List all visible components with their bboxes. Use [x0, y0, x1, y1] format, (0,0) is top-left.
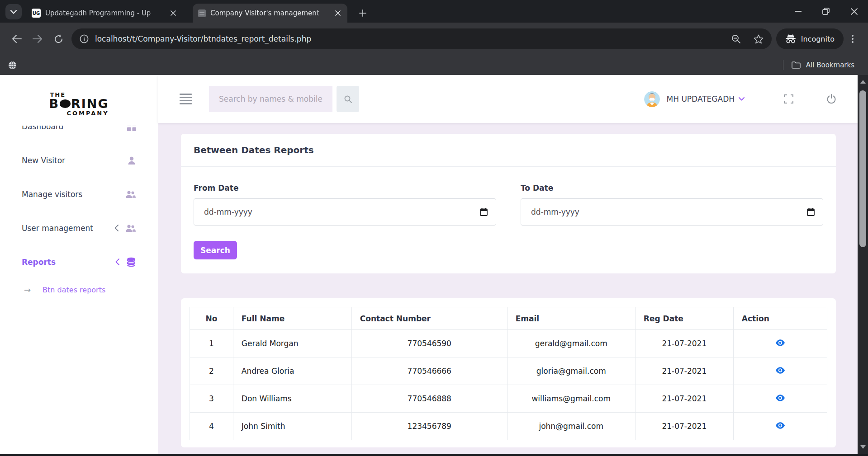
window-bottom-edge	[0, 454, 868, 456]
all-bookmarks-label: All Bookmarks	[806, 61, 854, 69]
sidebar-item-label: User management	[22, 224, 93, 233]
sidebar-header: THE BRING COMPANY	[0, 75, 158, 126]
view-button[interactable]	[775, 339, 785, 346]
user-name[interactable]: MH UPDATEGADH	[667, 94, 735, 103]
close-button[interactable]	[840, 0, 868, 23]
incognito-label: Incognito	[801, 35, 835, 43]
minimize-button[interactable]	[784, 0, 812, 23]
sidebar-item-new-visitor[interactable]: New Visitor	[0, 143, 158, 177]
view-button[interactable]	[775, 422, 785, 429]
cell-full-name: John Simith	[233, 413, 351, 440]
cell-full-name: Gerald Morgan	[233, 330, 351, 357]
titlebar: UG Updategadh Programming - Up Company V…	[0, 0, 868, 23]
view-button[interactable]	[775, 367, 785, 374]
site-info-icon[interactable]	[80, 34, 89, 43]
cell-full-name: Don Williams	[233, 385, 351, 413]
sidebar-item-btn-dates-reports[interactable]: → Btn dates reports	[0, 279, 158, 301]
table-row: 2 Andrea Gloria 770546666 gloria@gmail.c…	[190, 357, 827, 385]
chevron-down-icon	[10, 10, 17, 14]
sidebar-item-user-management[interactable]: User management	[0, 211, 158, 245]
chevron-left-icon	[114, 225, 119, 231]
zoom-icon[interactable]	[731, 34, 741, 44]
col-header-contact: Contact Number	[351, 307, 507, 330]
tab-company-visitor[interactable]: Company Visitor's management	[193, 4, 347, 23]
sidebar-subitem-label: Btn dates reports	[43, 286, 105, 294]
col-header-reg-date: Reg Date	[635, 307, 733, 330]
from-date-label: From Date	[194, 183, 496, 193]
calendar-icon[interactable]	[807, 208, 815, 216]
chevron-left-icon	[115, 259, 119, 265]
address-bar[interactable]: localhost/t/Company-Visitor/btndates_rep…	[71, 28, 772, 49]
url-text: localhost/t/Company-Visitor/btndates_rep…	[95, 34, 311, 43]
people-icon	[125, 224, 136, 232]
window-controls	[784, 0, 868, 23]
from-date-input[interactable]: dd-mm-yyyy	[194, 198, 496, 226]
cell-email: gerald@gmail.com	[507, 330, 635, 357]
eye-icon	[775, 367, 785, 374]
cell-no: 1	[190, 330, 233, 357]
power-button[interactable]	[827, 94, 836, 104]
new-tab-button[interactable]	[356, 7, 369, 19]
table-header-row: No Full Name Contact Number Email Reg Da…	[190, 307, 827, 330]
chevron-down-icon[interactable]	[739, 97, 745, 101]
browser-toolbar: localhost/t/Company-Visitor/btndates_rep…	[0, 23, 868, 55]
tab-updategadh[interactable]: UG Updategadh Programming - Up	[26, 4, 183, 23]
scrollbar-thumb[interactable]	[859, 90, 866, 247]
cell-action	[733, 357, 827, 385]
back-button[interactable]	[6, 28, 27, 49]
all-bookmarks[interactable]: All Bookmarks	[783, 60, 860, 70]
eye-icon	[775, 422, 785, 429]
sidebar-item-label: Reports	[22, 258, 56, 267]
logo-text: B	[49, 98, 59, 110]
cell-reg-date: 21-07-2021	[635, 357, 733, 385]
bookmark-star-icon[interactable]	[754, 34, 764, 44]
search-input[interactable]	[209, 86, 332, 112]
main-content: Between Dates Reports From Date dd-mm-yy…	[158, 123, 858, 454]
between-dates-card: Between Dates Reports From Date dd-mm-yy…	[181, 134, 836, 273]
col-header-email: Email	[507, 307, 635, 330]
view-button[interactable]	[775, 395, 785, 401]
logo-o-dot	[60, 99, 71, 108]
reload-button[interactable]	[48, 28, 69, 49]
cell-reg-date: 21-07-2021	[635, 330, 733, 357]
bookmark-globe-icon[interactable]	[8, 61, 17, 70]
scroll-up-arrow[interactable]	[858, 76, 868, 88]
hamburger-menu-icon[interactable]	[180, 94, 192, 104]
page-scrollbar	[858, 75, 868, 454]
cell-contact: 770546666	[351, 357, 507, 385]
user-avatar[interactable]	[644, 91, 660, 107]
topbar-search-button[interactable]	[337, 86, 359, 112]
sidebar-item-manage-visitors[interactable]: Manage visitors	[0, 177, 158, 211]
cell-action	[733, 385, 827, 413]
restore-button[interactable]	[812, 0, 840, 23]
forward-button[interactable]	[27, 28, 48, 49]
tab-title: Updategadh Programming - Up	[45, 9, 165, 17]
active-tab-favicon	[198, 9, 206, 17]
cell-email: williams@gmail.com	[507, 385, 635, 413]
search-submit-button[interactable]: Search	[194, 241, 237, 259]
sidebar-item-label: Manage visitors	[22, 190, 82, 199]
app-topbar: MH UPDATEGADH	[158, 75, 858, 123]
sidebar-menu: Dashboard New Visitor Manage visitors Us…	[0, 109, 158, 301]
tab-search-button[interactable]	[5, 4, 22, 19]
fullscreen-button[interactable]	[784, 94, 793, 103]
calendar-icon[interactable]	[480, 208, 488, 216]
to-date-input[interactable]: dd-mm-yyyy	[521, 198, 823, 226]
browser-window: UG Updategadh Programming - Up Company V…	[0, 0, 868, 456]
divider	[783, 60, 783, 70]
sidebar: Dashboard New Visitor Manage visitors Us…	[0, 75, 158, 454]
cell-no: 2	[190, 357, 233, 385]
cell-action	[733, 330, 827, 357]
tab-close-icon[interactable]	[334, 9, 342, 17]
folder-icon	[792, 61, 801, 69]
tab-close-icon[interactable]	[169, 9, 177, 17]
scroll-down-arrow[interactable]	[858, 441, 868, 453]
sidebar-item-reports[interactable]: Reports	[0, 245, 158, 279]
cell-full-name: Andrea Gloria	[233, 357, 351, 385]
logo-line-3: COMPANY	[49, 110, 109, 116]
table-row: 3 Don Williams 770546888 williams@gmail.…	[190, 385, 827, 413]
browser-menu-button[interactable]	[844, 28, 862, 49]
date-placeholder: dd-mm-yyyy	[531, 207, 807, 216]
eye-icon	[775, 395, 785, 401]
cell-email: gloria@gmail.com	[507, 357, 635, 385]
